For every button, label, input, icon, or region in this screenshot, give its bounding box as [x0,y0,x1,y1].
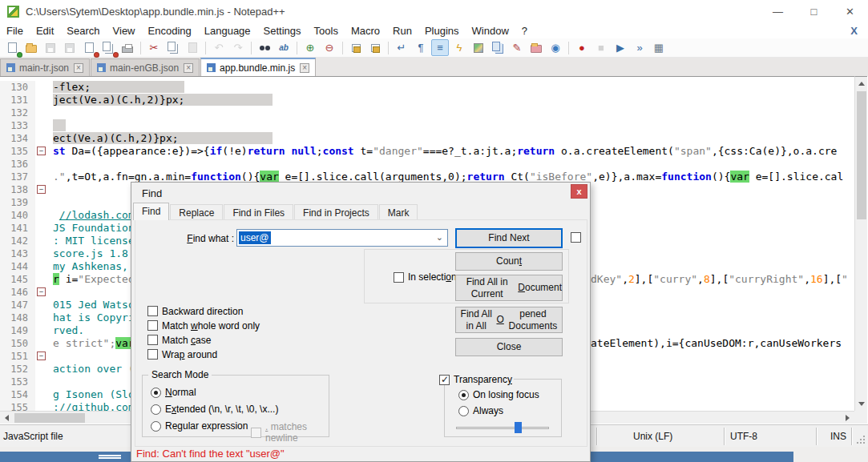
fold-collapse-icon[interactable]: − [37,352,46,360]
zoom-out-button[interactable]: ⊖ [321,39,338,56]
find-dialog-tab-find[interactable]: Find [133,203,169,220]
menu-item-macro[interactable]: Macro [345,23,386,38]
sync-horizontal-button[interactable] [366,39,384,56]
transparency-slider[interactable] [456,422,549,433]
scroll-down-arrow-icon[interactable] [858,402,865,406]
code-text[interactable]: ject(Ve.a)(C.h,2)}px; [51,94,843,106]
word-wrap-button[interactable]: ↵ [393,39,410,56]
zoom-in-button[interactable]: ⊕ [301,39,319,56]
scroll-right-arrow-icon[interactable] [846,415,850,421]
find-all-current-button[interactable]: Find All in Current Document [455,275,563,301]
resize-grip-icon[interactable] [858,436,865,444]
line-number[interactable]: 150 [0,337,35,350]
macro-save-button[interactable]: ▦ [650,39,668,56]
monitoring-button[interactable]: ◉ [547,39,564,56]
macro-record-button[interactable]: ● [573,39,591,56]
tab-close-icon[interactable]: × [184,63,193,73]
code-text[interactable]: -flex; [51,81,843,94]
fold-collapse-icon[interactable]: − [37,147,46,155]
line-number[interactable]: 136 [0,158,35,171]
save-all-button[interactable] [61,39,79,56]
line-number[interactable]: 153 [0,376,35,388]
checkbox-wrap-around[interactable]: Wrap around [147,349,260,360]
user-defined-language-button[interactable]: ✎ [508,39,526,56]
fold-collapse-icon[interactable]: − [37,287,46,296]
replace-button[interactable]: ab [275,39,293,56]
find-button[interactable] [256,39,273,56]
line-number[interactable]: 145 [0,273,35,286]
tab-close-icon[interactable]: × [300,63,309,73]
line-number[interactable]: 142 [0,235,35,247]
line-number[interactable]: 137 [0,171,35,183]
menubar-close-doc-button[interactable]: X [846,23,862,38]
find-dialog-tab-replace[interactable]: Replace [170,204,223,220]
folder-as-workspace-button[interactable] [527,39,545,56]
function-list-button[interactable]: ϟ [450,39,468,56]
sync-vertical-button[interactable] [347,39,365,56]
line-number[interactable]: 141 [0,222,35,235]
find-dialog-tab-find-in-files[interactable]: Find in Files [224,204,293,220]
search-mode-radio-extended-n-r-t-0-x[interactable]: Extended (\n, \r, \t, \0, \x...) [151,404,278,415]
menu-item-window[interactable]: Window [466,23,515,38]
show-all-characters-button[interactable]: ¶ [412,39,430,56]
scroll-up-arrow-icon[interactable] [858,82,865,86]
macro-play-button[interactable]: ▶ [612,39,629,56]
menu-item-plugins[interactable]: Plugins [418,23,466,38]
count-button[interactable]: Count [455,252,563,271]
menu-item-run[interactable]: Run [386,23,418,38]
code-text[interactable] [51,158,843,171]
line-number[interactable]: 133 [0,119,35,132]
line-number[interactable]: 130 [0,81,35,94]
menu-item-help[interactable]: ? [515,23,534,38]
find-what-combobox[interactable]: user@ ⌄ [236,229,448,247]
tab-close-icon[interactable]: × [74,63,83,73]
code-text[interactable] [51,119,843,132]
code-text[interactable]: ect(Ve.a)(C.h,2)}px; [51,132,843,145]
horizontal-scroll-thumb[interactable] [14,413,85,423]
line-number[interactable]: 147 [0,299,35,311]
minimize-button[interactable]: — [760,0,796,22]
slider-thumb[interactable] [515,422,522,433]
checkbox-match-case[interactable]: Match case [147,335,260,345]
menu-item-view[interactable]: View [107,23,142,38]
status-insert-mode[interactable]: INS [830,431,846,442]
paste-button[interactable] [184,39,201,56]
maximize-button[interactable]: □ [796,0,832,22]
fold-collapse-icon[interactable]: − [37,185,46,194]
close-dialog-button[interactable]: Close [455,338,563,356]
search-mode-radio-normal[interactable]: Normal [151,387,278,398]
save-button[interactable] [42,39,59,56]
line-number[interactable]: 138 [0,183,35,196]
indent-guide-button[interactable]: ≡ [431,39,449,56]
line-number[interactable]: 140 [0,209,35,222]
print-button[interactable] [119,39,136,56]
line-number[interactable]: 152 [0,363,35,376]
two-buttons-mode-checkbox[interactable] [571,232,585,243]
line-number[interactable]: 139 [0,196,35,209]
line-number[interactable]: 144 [0,260,35,273]
document-tab-main-tr-json[interactable]: main-tr.json× [0,58,90,76]
line-number[interactable]: 135 [0,145,35,158]
find-dialog-close-button[interactable]: x [571,184,587,199]
close-all-button[interactable] [99,39,117,56]
transparency-radio-always[interactable]: Always [458,405,539,416]
open-file-button[interactable] [22,39,40,56]
document-list-button[interactable] [489,39,507,56]
vertical-scrollbar[interactable] [854,76,867,411]
line-number[interactable]: 146 [0,286,35,299]
code-text[interactable]: st Da=({appearance:e})=>{if(!e)return nu… [51,145,843,158]
vertical-scroll-thumb[interactable] [857,91,866,219]
menu-item-edit[interactable]: Edit [30,23,60,38]
menu-item-language[interactable]: Language [198,23,257,38]
document-map-button[interactable] [470,39,487,56]
find-dialog-tab-find-in-projects[interactable]: Find in Projects [294,204,378,220]
menu-item-encoding[interactable]: Encoding [142,23,198,38]
line-number[interactable]: 132 [0,106,35,119]
close-file-button[interactable] [80,39,98,56]
menu-item-file[interactable]: File [0,23,30,38]
transparency-radio-on-losing-focus[interactable]: On losing focus [458,389,539,400]
line-number[interactable]: 151 [0,350,35,363]
find-next-button[interactable]: Find Next [455,228,563,248]
find-dialog-tab-mark[interactable]: Mark [379,204,418,220]
line-number[interactable]: 148 [0,311,35,324]
